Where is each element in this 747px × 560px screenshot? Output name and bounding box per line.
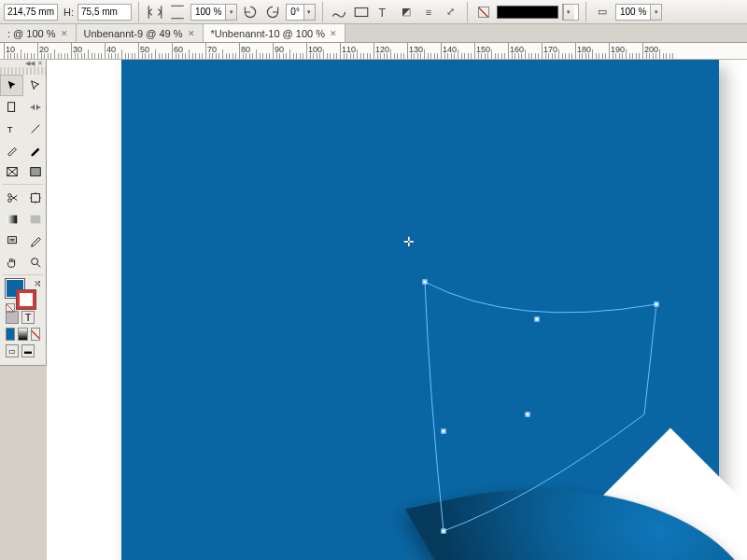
rotate-value: 0°	[287, 7, 303, 17]
separator	[138, 2, 139, 22]
page-artwork[interactable]	[121, 60, 719, 560]
chevron-down-icon[interactable]: ▾	[225, 5, 236, 20]
scissors-tool[interactable]	[0, 187, 23, 208]
page-tool[interactable]	[0, 96, 23, 118]
note-tool[interactable]	[0, 230, 23, 251]
canvas-viewport[interactable]: ✛	[47, 60, 747, 560]
stroke-color-swatch[interactable]	[497, 6, 558, 19]
swap-colors-icon[interactable]: ⤭	[34, 278, 41, 288]
rotate-combo[interactable]: 0° ▾	[286, 4, 316, 21]
warp-icon[interactable]	[330, 3, 348, 21]
zoom2-value: 100 %	[616, 7, 650, 17]
height-field: H:	[62, 3, 132, 21]
height-input[interactable]	[78, 4, 132, 21]
gap-tool[interactable]	[23, 96, 47, 118]
gradient-tool[interactable]	[0, 208, 23, 230]
close-icon[interactable]: ✕	[330, 29, 337, 38]
close-icon[interactable]: ✕	[37, 60, 43, 67]
svg-rect-16	[7, 236, 16, 243]
svg-point-10	[7, 193, 11, 197]
pencil-tool[interactable]	[23, 139, 47, 161]
zoom-tool[interactable]	[23, 251, 47, 273]
tab-label: : @ 100 %	[7, 28, 56, 39]
tab-doc-2[interactable]: Unbenannt-9 @ 49 % ✕	[77, 24, 204, 42]
separator	[585, 2, 586, 22]
toolbox-handle[interactable]	[0, 67, 46, 75]
svg-rect-2	[7, 102, 14, 111]
tab-label: Unbenannt-9 @ 49 %	[84, 28, 183, 39]
direct-selection-tool[interactable]	[23, 75, 47, 96]
close-icon[interactable]: ✕	[61, 29, 68, 38]
doc-icon[interactable]: ▭	[593, 3, 612, 21]
rotate-left-icon[interactable]	[241, 3, 260, 21]
separator	[3, 184, 43, 185]
hand-tool[interactable]	[0, 251, 23, 273]
ruler-horizontal[interactable]: 1020304050607080901001101201301401501601…	[0, 43, 747, 60]
close-icon[interactable]: ✕	[188, 29, 195, 38]
height-label: H:	[62, 7, 76, 18]
transform-icon[interactable]: ⤢	[442, 3, 460, 21]
align-icon[interactable]: ≡	[419, 3, 438, 21]
zoom2-combo[interactable]: 100 % ▾	[615, 4, 662, 21]
svg-text:T: T	[378, 6, 386, 19]
free-transform-tool[interactable]	[23, 187, 47, 208]
normal-mode-icon[interactable]: ▭	[6, 344, 19, 357]
flip-v-icon[interactable]	[168, 3, 187, 21]
anchor-point[interactable]	[442, 529, 446, 534]
chevron-down-icon[interactable]: ▾	[563, 5, 574, 20]
type-icon[interactable]: T	[374, 3, 393, 21]
chevron-down-icon[interactable]: ▾	[303, 5, 315, 20]
format-text-icon[interactable]: T	[21, 311, 35, 324]
svg-rect-13	[31, 193, 39, 202]
rotate-right-icon[interactable]	[263, 3, 282, 21]
tab-doc-1[interactable]: : @ 100 % ✕	[0, 24, 77, 42]
anchor-point[interactable]	[535, 317, 540, 322]
opacity-icon[interactable]: ◩	[397, 3, 416, 21]
svg-rect-8	[30, 167, 40, 175]
tab-doc-3[interactable]: *Unbenannt-10 @ 100 % ✕	[204, 24, 345, 42]
svg-line-4	[31, 124, 39, 133]
envelope-icon[interactable]	[352, 3, 371, 21]
no-stroke-icon[interactable]	[474, 3, 493, 21]
color-swatches: ⤭	[0, 277, 46, 309]
preview-mode-icon[interactable]: ▬	[21, 344, 35, 357]
options-bar: H: 100 % ▾ 0° ▾ T ◩ ≡ ⤢ ▾ ▭ 100 % ▾	[0, 0, 747, 24]
format-container-icon[interactable]	[6, 311, 19, 324]
rectangle-tool[interactable]	[23, 161, 47, 182]
svg-line-12	[11, 195, 17, 199]
svg-rect-15	[30, 215, 40, 223]
style-row	[0, 326, 46, 343]
toolbox-titlebar[interactable]: ◀◀✕	[0, 60, 46, 67]
svg-line-20	[36, 263, 40, 267]
pen-tool[interactable]	[0, 139, 23, 161]
svg-point-9	[7, 198, 11, 202]
stroke-swatch[interactable]	[17, 290, 35, 309]
collapse-icon[interactable]: ◀◀	[25, 60, 35, 67]
line-tool[interactable]	[23, 118, 47, 139]
zoom-combo[interactable]: 100 % ▾	[190, 4, 237, 21]
anchor-point[interactable]	[423, 280, 428, 285]
default-colors-icon[interactable]	[6, 303, 15, 313]
zoom-value: 100 %	[191, 7, 225, 17]
svg-rect-0	[355, 7, 368, 16]
svg-point-19	[31, 258, 37, 264]
eyedropper-tool[interactable]	[23, 230, 47, 251]
document-tabs: : @ 100 % ✕ Unbenannt-9 @ 49 % ✕ *Unbena…	[0, 24, 747, 43]
stroke-color-menu[interactable]: ▾	[562, 4, 579, 21]
frame-tool[interactable]	[0, 161, 23, 182]
anchor-point[interactable]	[526, 413, 530, 417]
apply-gradient-icon[interactable]	[18, 328, 27, 341]
svg-text:T: T	[7, 124, 12, 134]
selection-tool[interactable]	[0, 75, 23, 96]
gradient-feather-tool[interactable]	[23, 208, 47, 230]
width-input[interactable]	[4, 4, 58, 21]
type-tool[interactable]: T	[0, 118, 23, 139]
flip-h-icon[interactable]	[146, 3, 164, 21]
anchor-point[interactable]	[442, 429, 446, 434]
apply-color-icon[interactable]	[6, 328, 15, 341]
chevron-down-icon[interactable]: ▾	[650, 5, 661, 20]
svg-rect-14	[7, 215, 17, 223]
apply-none-icon[interactable]	[31, 328, 40, 341]
anchor-point[interactable]	[655, 302, 659, 307]
separator	[322, 2, 323, 22]
